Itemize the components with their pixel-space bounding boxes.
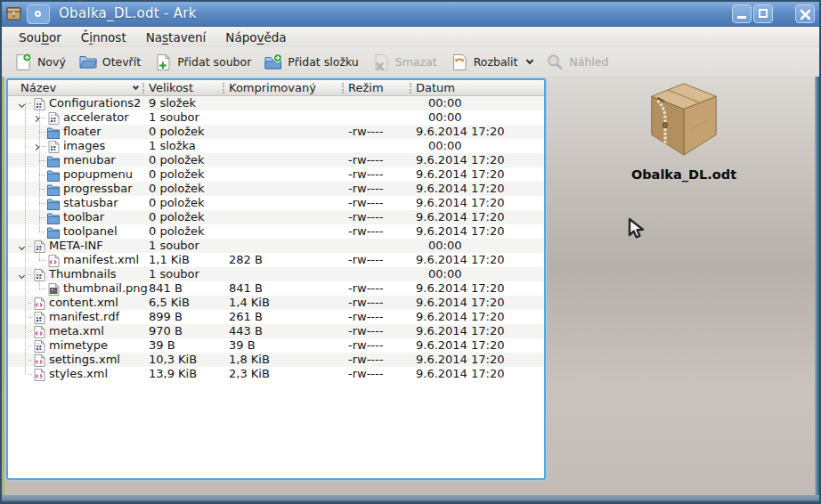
extract-button[interactable]: Rozbalit bbox=[443, 50, 540, 75]
minimize-icon bbox=[737, 16, 746, 19]
cell-date: 9.6.2014 17:20 bbox=[416, 324, 505, 338]
cell-size: 1,1 KiB bbox=[149, 253, 190, 267]
ark-box-icon bbox=[6, 6, 21, 25]
table-row[interactable]: accelerator1 soubor00:00 bbox=[8, 110, 544, 125]
table-row[interactable]: Configurations29 složek00:00 bbox=[8, 96, 544, 110]
cell-name: meta.xml bbox=[49, 324, 104, 338]
archive-box-icon bbox=[646, 80, 721, 162]
table-row[interactable]: styles.xml13,9 KiB2,3 KiB-rw----9.6.2014… bbox=[8, 367, 544, 381]
cell-mode: -rw---- bbox=[348, 196, 383, 210]
maximize-button[interactable] bbox=[753, 4, 773, 23]
cell-name: Configurations2 bbox=[49, 96, 141, 110]
cell-date: 9.6.2014 17:20 bbox=[416, 125, 505, 139]
menu-nastaveni[interactable]: Nastavení bbox=[136, 28, 216, 47]
table-row[interactable]: popupmenu0 položek-rw----9.6.2014 17:20 bbox=[8, 167, 544, 182]
circle-icon bbox=[35, 11, 41, 17]
cell-size: 9 složek bbox=[149, 96, 196, 110]
cell-mode: -rw---- bbox=[348, 296, 383, 310]
table-row[interactable]: manifest.xml1,1 KiB282 B-rw----9.6.2014 … bbox=[8, 253, 544, 267]
preview-button[interactable]: Náhled bbox=[539, 50, 614, 75]
cell-date: 9.6.2014 17:20 bbox=[416, 338, 505, 353]
delete-button[interactable]: Smazat bbox=[365, 50, 443, 75]
cell-name: images bbox=[63, 139, 105, 153]
table-row[interactable]: menubar0 položek-rw----9.6.2014 17:20 bbox=[8, 153, 544, 167]
table-row[interactable]: manifest.rdf899 B261 B-rw----9.6.2014 17… bbox=[8, 310, 544, 324]
open-button[interactable]: Otevřít bbox=[72, 50, 147, 75]
table-row[interactable]: toolpanel0 položek-rw----9.6.2014 17:20 bbox=[8, 224, 544, 239]
cell-mode: -rw---- bbox=[348, 210, 383, 224]
cell-name: manifest.rdf bbox=[49, 310, 119, 324]
add-folder-icon bbox=[264, 53, 283, 72]
cell-name: Thumbnails bbox=[49, 267, 117, 281]
window-menu-button[interactable] bbox=[27, 4, 50, 24]
titlebar[interactable]: Obalka_DL.odt - Ark bbox=[2, 2, 819, 27]
cell-date: 9.6.2014 17:20 bbox=[416, 281, 505, 296]
cell-mode: -rw---- bbox=[348, 182, 383, 196]
table-row[interactable]: images1 složka00:00 bbox=[8, 139, 544, 153]
column-header-komprimovany[interactable]: Komprimovaný bbox=[229, 81, 316, 94]
chevron-down-icon[interactable] bbox=[526, 57, 533, 64]
add-file-icon bbox=[153, 53, 173, 72]
table-row[interactable]: settings.xml10,3 KiB1,8 KiB-rw----9.6.20… bbox=[8, 353, 544, 367]
table-row[interactable]: thumbnail.png841 B841 B-rw----9.6.2014 1… bbox=[8, 281, 544, 296]
cell-size: 841 B bbox=[149, 281, 183, 296]
collapse-arrow-icon[interactable] bbox=[20, 267, 24, 281]
toolbar: Nový Otevřít Přidat soubor Přidat složku bbox=[2, 47, 819, 77]
list-rows: Configurations29 složek00:00accelerator1… bbox=[8, 96, 544, 480]
selected-archive-name[interactable]: Obalka_DL.odt bbox=[629, 167, 739, 182]
cell-size: 899 B bbox=[149, 310, 183, 324]
table-row[interactable]: content.xml6,5 KiB1,4 KiB-rw----9.6.2014… bbox=[8, 296, 544, 310]
table-row[interactable]: toolbar0 položek-rw----9.6.2014 17:20 bbox=[8, 210, 544, 224]
cell-name: floater bbox=[63, 125, 102, 139]
archive-file-list[interactable]: Název Velikost Komprimovaný Režim Datum … bbox=[6, 78, 546, 480]
collapse-arrow-icon[interactable] bbox=[20, 96, 24, 110]
cell-date: 9.6.2014 17:20 bbox=[416, 210, 505, 224]
menu-soubor[interactable]: Soubor bbox=[9, 28, 71, 47]
cell-size: 1 soubor bbox=[149, 110, 199, 125]
column-header-velikost[interactable]: Velikost bbox=[149, 81, 193, 94]
table-row[interactable]: progressbar0 položek-rw----9.6.2014 17:2… bbox=[8, 182, 544, 196]
column-header-nazev[interactable]: Název bbox=[20, 81, 56, 94]
cell-size: 1 složka bbox=[149, 139, 196, 153]
table-row[interactable]: mimetype39 B39 B-rw----9.6.2014 17:20 bbox=[8, 338, 544, 353]
menu-napoveda[interactable]: Nápověda bbox=[215, 28, 296, 47]
window-frame-bottom bbox=[2, 495, 819, 502]
cell-name: manifest.xml bbox=[63, 253, 139, 267]
expand-arrow-icon[interactable] bbox=[34, 139, 38, 153]
collapse-arrow-icon[interactable] bbox=[20, 239, 24, 253]
open-folder-icon bbox=[78, 53, 98, 72]
menubar: Soubor Činnost Nastavení Nápověda bbox=[2, 27, 819, 47]
cell-size: 0 položek bbox=[149, 196, 205, 210]
cell-name: thumbnail.png bbox=[63, 281, 148, 296]
close-button[interactable] bbox=[795, 4, 815, 23]
window-frame-left bbox=[2, 77, 4, 502]
column-header-datum[interactable]: Datum bbox=[416, 81, 455, 94]
cell-date: 9.6.2014 17:20 bbox=[416, 253, 505, 267]
add-folder-button[interactable]: Přidat složku bbox=[257, 50, 364, 75]
menu-cinnost[interactable]: Činnost bbox=[71, 28, 136, 47]
table-row[interactable]: META-INF1 soubor00:00 bbox=[8, 239, 544, 253]
cell-date: 00:00 bbox=[428, 267, 461, 281]
cell-size: 0 položek bbox=[149, 167, 205, 182]
cell-size: 13,9 KiB bbox=[149, 367, 197, 381]
cell-compressed: 282 B bbox=[229, 253, 263, 267]
table-row[interactable]: Thumbnails1 soubor00:00 bbox=[8, 267, 544, 281]
table-row[interactable]: floater0 položek-rw----9.6.2014 17:20 bbox=[8, 125, 544, 139]
cell-date: 9.6.2014 17:20 bbox=[416, 153, 505, 167]
table-row[interactable]: statusbar0 položek-rw----9.6.2014 17:20 bbox=[8, 196, 544, 210]
cell-name: progressbar bbox=[63, 182, 133, 196]
table-row[interactable]: meta.xml970 B443 B-rw----9.6.2014 17:20 bbox=[8, 324, 544, 338]
cell-mode: -rw---- bbox=[348, 338, 383, 353]
maximize-icon bbox=[759, 9, 768, 18]
list-header: Název Velikost Komprimovaný Režim Datum bbox=[8, 80, 544, 96]
cell-size: 0 položek bbox=[149, 153, 205, 167]
add-file-button[interactable]: Přidat soubor bbox=[147, 50, 257, 75]
column-header-rezim[interactable]: Režim bbox=[348, 81, 384, 94]
cell-mode: -rw---- bbox=[348, 253, 383, 267]
cell-compressed: 1,8 KiB bbox=[229, 353, 270, 367]
new-archive-button[interactable]: Nový bbox=[7, 50, 72, 75]
minimize-button[interactable] bbox=[732, 4, 752, 23]
cell-date: 00:00 bbox=[428, 110, 461, 125]
cell-compressed: 1,4 KiB bbox=[229, 296, 270, 310]
expand-arrow-icon[interactable] bbox=[34, 110, 38, 125]
